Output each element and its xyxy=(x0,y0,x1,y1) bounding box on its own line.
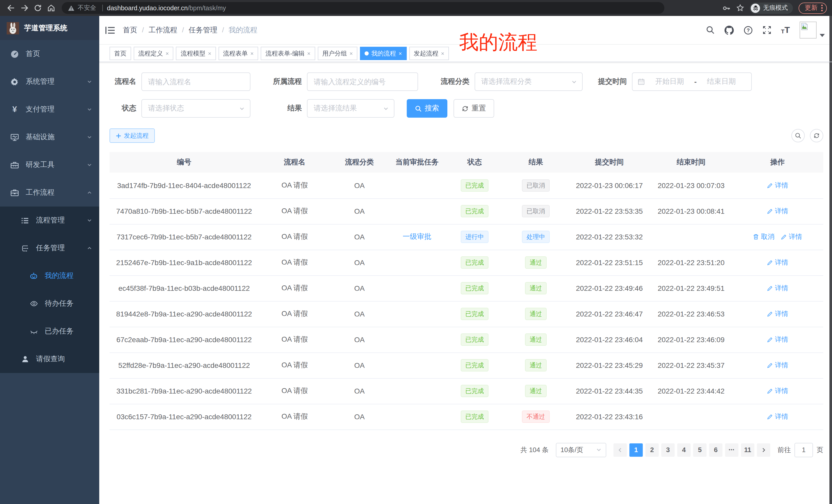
next-page-button[interactable] xyxy=(757,443,770,456)
search-button[interactable]: 搜索 xyxy=(407,99,447,118)
page-scrollbar[interactable] xyxy=(829,16,832,504)
update-button[interactable]: 更新 xyxy=(799,2,827,13)
close-tab-icon[interactable]: × xyxy=(165,50,169,57)
help-icon[interactable]: ? xyxy=(744,25,753,35)
reset-button[interactable]: 重置 xyxy=(453,99,494,118)
close-tab-icon[interactable]: × xyxy=(350,50,353,57)
tab-user-group[interactable]: 用户分组× xyxy=(318,47,358,60)
security-label[interactable]: 不安全 xyxy=(78,4,96,12)
sidebar-item-label: 基础设施 xyxy=(26,133,87,142)
reload-icon[interactable] xyxy=(32,2,43,13)
breadcrumb-home[interactable]: 首页 xyxy=(123,25,149,35)
end-date-placeholder[interactable]: 结束日期 xyxy=(697,77,746,86)
date-separator: - xyxy=(694,78,697,86)
sidebar-item-label: 任务管理 xyxy=(36,244,87,253)
sidebar-item-workflow[interactable]: 工作流程 xyxy=(0,179,99,206)
page-button[interactable]: 2 xyxy=(645,443,659,456)
sidebar-item-system[interactable]: 系统管理 xyxy=(0,68,99,95)
tab-process-definition[interactable]: 流程定义× xyxy=(134,47,174,60)
goto-page-input[interactable] xyxy=(795,443,813,457)
sidebar-item-done-tasks[interactable]: 已办任务 xyxy=(0,317,99,345)
breadcrumb-workflow[interactable]: 工作流程 xyxy=(149,25,189,35)
show-search-button[interactable] xyxy=(791,129,805,142)
prev-page-button[interactable] xyxy=(614,443,627,456)
password-key-icon[interactable] xyxy=(723,4,731,11)
browser-menu-icon[interactable] xyxy=(821,5,823,11)
sidebar-item-infra[interactable]: 基础设施 xyxy=(0,123,99,151)
process-name-input[interactable] xyxy=(141,73,251,91)
address-bar[interactable]: 不安全 dashboard.yudao.iocoder.cn/bpm/task/… xyxy=(62,2,665,14)
sidebar-item-process-mgmt[interactable]: 流程管理 xyxy=(0,206,99,234)
detail-link[interactable]: 详情 xyxy=(767,206,788,216)
page-button[interactable]: 5 xyxy=(693,443,706,456)
home-icon[interactable] xyxy=(45,2,57,13)
sidebar-item-home[interactable]: 首页 xyxy=(0,40,99,68)
edit-icon xyxy=(767,311,773,317)
fullscreen-icon[interactable] xyxy=(762,26,771,34)
page-button[interactable]: 1 xyxy=(629,443,643,456)
date-range-picker[interactable]: 开始日期 - 结束日期 xyxy=(632,73,752,91)
sidebar-item-label: 工作流程 xyxy=(26,188,87,197)
sidebar-item-todo-tasks[interactable]: 待办任务 xyxy=(0,290,99,317)
result-badge: 已取消 xyxy=(522,205,550,217)
page-button[interactable]: 3 xyxy=(661,443,675,456)
detail-link[interactable]: 详情 xyxy=(767,361,788,370)
bookmark-star-icon[interactable] xyxy=(736,4,744,12)
sidebar-item-my-process[interactable]: 我的流程 xyxy=(0,262,99,290)
user-menu[interactable] xyxy=(800,22,825,38)
tab-my-process[interactable]: 我的流程× xyxy=(360,47,407,60)
update-label[interactable]: 更新 xyxy=(805,4,817,12)
tab-home[interactable]: 首页 xyxy=(109,47,131,60)
detail-link[interactable]: 详情 xyxy=(767,309,788,318)
close-tab-icon[interactable]: × xyxy=(441,50,444,57)
col-end-time: 结束时间 xyxy=(650,152,732,173)
sidebar-item-payment[interactable]: ¥ 支付管理 xyxy=(0,95,99,123)
detail-link[interactable]: 详情 xyxy=(767,181,788,190)
back-icon[interactable] xyxy=(5,2,17,13)
tab-process-form-edit[interactable]: 流程表单-编辑× xyxy=(261,47,315,60)
select-caret-icon xyxy=(571,79,577,85)
detail-link[interactable]: 详情 xyxy=(767,412,788,421)
category-select[interactable]: 请选择流程分类 xyxy=(475,73,582,91)
result-select[interactable]: 请选择流结果 xyxy=(307,99,394,118)
search-icon[interactable] xyxy=(706,26,715,34)
close-tab-icon[interactable]: × xyxy=(398,50,402,57)
detail-link[interactable]: 详情 xyxy=(781,232,802,242)
detail-link[interactable]: 详情 xyxy=(767,386,788,396)
definition-label: 所属流程 xyxy=(263,77,302,86)
close-tab-icon[interactable]: × xyxy=(208,50,211,57)
avatar[interactable] xyxy=(800,22,816,38)
tab-start-process[interactable]: 发起流程× xyxy=(409,47,449,60)
page-button[interactable]: 4 xyxy=(677,443,691,456)
detail-link[interactable]: 详情 xyxy=(767,258,788,267)
detail-link[interactable]: 详情 xyxy=(767,284,788,293)
cancel-link[interactable]: 取消 xyxy=(753,232,774,242)
sidebar-item-devtools[interactable]: 研发工具 xyxy=(0,151,99,179)
font-size-icon[interactable]: TT xyxy=(781,26,790,34)
close-tab-icon[interactable]: × xyxy=(307,50,311,57)
refresh-icon xyxy=(462,105,468,112)
status-select[interactable]: 请选择状态 xyxy=(141,99,251,118)
filter-row-2: 状态 请选择状态 结果 请选择流结果 搜索 xyxy=(109,99,823,118)
collapse-sidebar-icon[interactable] xyxy=(105,26,115,34)
refresh-table-button[interactable] xyxy=(810,129,823,142)
forward-icon[interactable] xyxy=(19,2,30,13)
page-size-select[interactable]: 10条/页 xyxy=(556,443,606,457)
close-tab-icon[interactable]: × xyxy=(251,50,254,57)
result-badge: 不通过 xyxy=(522,411,550,423)
tab-process-model[interactable]: 流程模型× xyxy=(176,47,216,60)
detail-link[interactable]: 详情 xyxy=(767,335,788,344)
start-date-placeholder[interactable]: 开始日期 xyxy=(645,77,694,86)
start-process-button[interactable]: 发起流程 xyxy=(109,129,155,143)
github-icon[interactable] xyxy=(725,25,734,35)
page-button[interactable]: 11 xyxy=(741,443,754,456)
status-badge: 进行中 xyxy=(461,231,489,243)
definition-input[interactable] xyxy=(307,73,418,91)
tab-process-form[interactable]: 流程表单× xyxy=(218,47,258,60)
breadcrumb-task-mgmt[interactable]: 任务管理 xyxy=(189,25,229,35)
more-pages-button[interactable]: ••• xyxy=(725,443,738,456)
current-task-link[interactable]: 一级审批 xyxy=(402,232,432,241)
page-button[interactable]: 6 xyxy=(709,443,723,456)
sidebar-item-leave-query[interactable]: 请假查询 xyxy=(0,345,99,373)
sidebar-item-task-mgmt[interactable]: 任务管理 xyxy=(0,234,99,262)
